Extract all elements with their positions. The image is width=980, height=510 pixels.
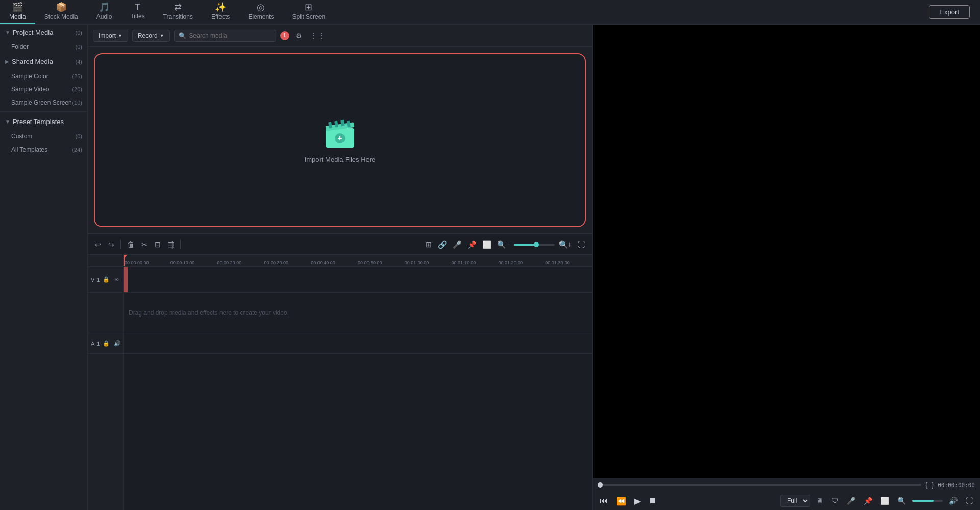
nav-elements[interactable]: ◎ Elements [239,0,283,24]
record-button[interactable]: Record ▼ [132,30,170,42]
video-lock-button[interactable]: 🔒 [102,276,111,283]
zoom-handle[interactable] [534,242,539,247]
play-backward-button[interactable]: ⏪ [614,495,628,507]
split-button[interactable]: ✂ [139,239,150,250]
magnet-button[interactable]: 🔗 [436,239,449,250]
sample-video-label: Sample Video [11,86,50,93]
custom-label: Custom [11,133,32,140]
video-eye-button[interactable]: 👁 [113,276,120,283]
play-button[interactable]: ▶ [632,495,643,507]
zoom-preview-button[interactable]: 🔍 [895,496,908,506]
zoom-out-btn[interactable]: 🔍− [495,239,512,250]
track-labels: V 1 🔒 👁 A 1 🔒 🔊 [88,255,124,510]
progress-bar[interactable] [598,484,921,486]
search-input[interactable] [189,32,272,39]
filter-button[interactable]: ⚙ [293,30,304,42]
add-track-button[interactable]: ⊞ [424,239,434,250]
volume-slider[interactable] [912,500,943,502]
divider [0,111,87,112]
mark-in-button[interactable]: { [925,481,927,489]
video-track-row[interactable] [124,267,592,293]
import-drop-zone[interactable]: + Import Media Files Here [94,53,586,227]
ruler-label-spacer [88,255,123,267]
preset-templates-section[interactable]: ▼ Preset Templates [0,114,87,130]
shared-media-section[interactable]: ▶ Shared Media (4) [0,54,87,69]
audio-track-label-row: A 1 🔒 🔊 [88,333,123,354]
redo-button[interactable]: ↪ [106,239,116,250]
preview-right-controls: Full 🖥 🛡 🎤 📌 ⬜ 🔍 🔊 ⛶ [780,495,975,507]
playhead-track-marker [124,267,128,292]
quality-select[interactable]: Full [780,495,810,507]
ruler-mark-0: 00:00:00:00 [124,260,149,265]
search-box[interactable]: 🔍 [174,30,276,42]
project-media-label: Project Media [13,29,53,36]
undo-button[interactable]: ↩ [93,239,103,250]
shared-media-label: Shared Media [12,58,53,65]
nav-audio[interactable]: 🎵 Audio [87,0,121,24]
sample-color-count: (25) [72,73,82,79]
stop-button[interactable]: ⏹ [647,495,659,506]
fullscreen-preview-button[interactable]: ⛶ [964,496,975,506]
sidebar-item-green-screen[interactable]: Sample Green Screen (10) [0,96,87,109]
pip-button[interactable]: 📌 [465,239,478,250]
zoom-in-btn[interactable]: 🔍+ [557,239,574,250]
sample-video-count: (20) [72,86,82,92]
chevron-down-icon-2: ▼ [5,119,10,125]
ruler: 00:00:00:00 00:00:10:00 00:00:20:00 00:0… [124,255,592,267]
nav-transitions[interactable]: ⇄ Transitions [154,0,202,24]
video-track-index: 1 [96,277,100,283]
pip-preview-button[interactable]: 📌 [862,496,874,506]
audio-icon: 🎵 [99,3,110,12]
import-button[interactable]: Import ▼ [93,30,128,42]
ruler-mark-1: 00:00:10:00 [170,260,195,265]
sidebar-item-all-templates[interactable]: All Templates (24) [0,143,87,156]
mic-button[interactable]: 🎤 [451,239,463,250]
crop-preview-button[interactable]: ⬜ [878,496,891,506]
export-button[interactable]: Export [929,5,970,19]
sidebar-item-sample-color[interactable]: Sample Color (25) [0,69,87,83]
shield-button[interactable]: 🛡 [829,496,841,506]
fullscreen-btn[interactable]: ⛶ [576,239,587,250]
nav-media[interactable]: 🎬 Media [0,0,35,24]
step-back-button[interactable]: ⏮ [598,495,610,506]
ruler-content: 00:00:00:00 00:00:10:00 00:00:20:00 00:0… [124,255,592,266]
volume-button[interactable]: 🔊 [947,496,960,506]
shared-media-count: (4) [76,59,82,65]
project-media-section[interactable]: ▼ Project Media (0) [0,25,87,40]
playhead-line [124,255,125,266]
zoom-slider[interactable] [514,244,555,246]
audio-lock-button[interactable]: 🔒 [102,339,111,347]
preset-templates-label: Preset Templates [13,118,64,126]
progress-handle[interactable] [598,482,603,488]
sidebar-item-sample-video[interactable]: Sample Video (20) [0,83,87,96]
crop-button[interactable]: ⬜ [480,239,493,250]
align-button[interactable]: ⊟ [153,239,163,250]
drop-hint-text: Drag and drop media and effects here to … [124,309,289,317]
drop-hint-track[interactable]: Drag and drop media and effects here to … [124,293,592,333]
sample-color-label: Sample Color [11,72,48,80]
import-label: Import [99,32,116,39]
green-screen-label: Sample Green Screen [11,99,72,106]
folder-count: (0) [76,44,82,50]
nav-effects[interactable]: ✨ Effects [202,0,239,24]
media-panel: Import ▼ Record ▼ 🔍 1 ⚙ ⋮⋮ [88,25,592,234]
sidebar-item-custom[interactable]: Custom (0) [0,130,87,143]
top-navigation: 🎬 Media 📦 Stock Media 🎵 Audio T Titles ⇄… [0,0,980,25]
ruler-mark-4: 00:00:40:00 [311,260,335,265]
sidebar: ▼ Project Media (0) Folder (0) ▶ Shared … [0,25,88,510]
preview-mic-button[interactable]: 🎤 [845,496,857,506]
nav-stock-media[interactable]: 📦 Stock Media [35,0,87,24]
nav-stock-label: Stock Media [44,13,78,20]
nav-titles[interactable]: T Titles [121,0,154,24]
grid-view-button[interactable]: ⋮⋮ [308,30,327,42]
sidebar-item-folder[interactable]: Folder (0) [0,40,87,54]
nav-split-screen[interactable]: ⊞ Split Screen [283,0,334,24]
mark-out-button[interactable]: } [932,481,934,489]
audio-track-row[interactable] [124,333,592,354]
audio-mute-button[interactable]: 🔊 [113,339,122,347]
clapper-icon: + [322,117,358,150]
delete-button[interactable]: 🗑 [125,239,136,250]
notification-badge: 1 [280,31,289,40]
monitor-button[interactable]: 🖥 [814,496,825,506]
speed-button[interactable]: ⇶ [166,239,176,250]
